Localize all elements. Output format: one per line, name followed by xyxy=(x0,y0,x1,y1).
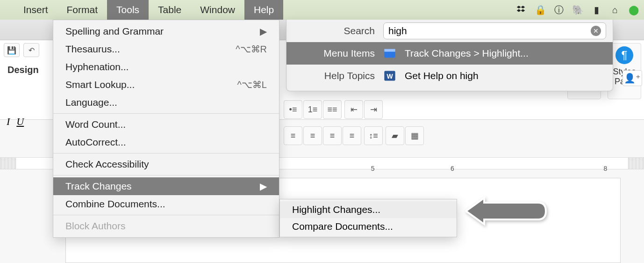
info-icon[interactable]: ⓘ xyxy=(553,4,565,15)
menu-item-label: Block Authors xyxy=(65,220,125,232)
evernote-icon[interactable]: 🐘 xyxy=(572,4,583,15)
ruler-mark: 8 xyxy=(604,165,608,172)
help-search-panel: Search ✕ Menu Items Track Changes > High… xyxy=(286,20,613,91)
menu-item-thesaurus[interactable]: Thesaurus... ^⌥⌘R xyxy=(53,40,279,58)
help-section-label: Menu Items xyxy=(293,48,375,59)
menu-help[interactable]: Help xyxy=(244,0,283,20)
menu-item-label: Combine Documents... xyxy=(65,198,165,210)
lock-icon[interactable]: 🔒 xyxy=(535,4,546,15)
share-icon[interactable]: 👤⁺ xyxy=(623,70,642,86)
menu-result-icon xyxy=(383,47,396,59)
menubar-tray: 🔒 ⓘ 🐘 ▮ ⌂ ⬤ xyxy=(516,0,639,20)
italic-button[interactable]: I xyxy=(7,116,10,128)
home-icon[interactable]: ⌂ xyxy=(609,4,621,15)
menu-item-track-changes[interactable]: Track Changes ▶ xyxy=(53,177,279,195)
help-section-label: Help Topics xyxy=(293,70,375,81)
align-left-icon[interactable]: ≡ xyxy=(284,126,302,145)
align-right-icon[interactable]: ≡ xyxy=(323,126,342,145)
menu-item-label: Highlight Changes... xyxy=(292,204,380,215)
battery-icon[interactable]: ▮ xyxy=(591,4,602,15)
menu-item-label: Compare Documents... xyxy=(292,221,393,232)
ruler-mark: 6 xyxy=(451,165,454,172)
submenu-item-compare-documents[interactable]: Compare Documents... xyxy=(280,218,457,235)
align-center-icon[interactable]: ≡ xyxy=(303,126,322,145)
menu-separator xyxy=(53,215,279,215)
menu-item-smart-lookup[interactable]: Smart Lookup... ^⌥⌘L xyxy=(53,76,279,94)
dropbox-icon[interactable] xyxy=(516,4,527,15)
menu-item-label: Hyphenation... xyxy=(65,61,129,73)
bullets-icon[interactable]: •≡ xyxy=(284,100,302,119)
numbering-icon[interactable]: 1≡ xyxy=(303,100,322,119)
help-search-field[interactable]: ✕ xyxy=(383,22,606,39)
ruler-edge-left xyxy=(0,158,16,169)
status-green-icon[interactable]: ⬤ xyxy=(628,4,639,15)
menu-separator xyxy=(53,175,279,175)
line-spacing-icon[interactable]: ↕≡ xyxy=(364,126,383,145)
track-changes-submenu: Highlight Changes... Compare Documents..… xyxy=(279,199,457,237)
help-search-label: Search xyxy=(293,25,375,37)
multilevel-icon[interactable]: ≡≡ xyxy=(323,100,342,119)
menu-separator xyxy=(53,153,279,153)
help-result-text: Track Changes > Highlight... xyxy=(405,48,529,59)
menu-item-label: Word Count... xyxy=(65,119,126,130)
menubar: Insert Format Tools Table Window Help 🔒 … xyxy=(0,0,644,20)
underline-button[interactable]: U xyxy=(16,116,24,128)
help-result-topic[interactable]: Help Topics W Get Help on high xyxy=(286,65,613,87)
svg-text:W: W xyxy=(386,73,393,80)
shading-icon[interactable]: ▰ xyxy=(386,126,404,145)
save-icon[interactable]: 💾 xyxy=(4,43,20,57)
borders-icon[interactable]: ▦ xyxy=(405,126,424,145)
menu-table[interactable]: Table xyxy=(149,0,191,20)
tools-dropdown: Spelling and Grammar ▶ Thesaurus... ^⌥⌘R… xyxy=(53,20,279,238)
menu-item-autocorrect[interactable]: AutoCorrect... xyxy=(53,133,279,151)
menu-item-shortcut: ^⌥⌘L xyxy=(237,79,267,90)
menu-item-word-count[interactable]: Word Count... xyxy=(53,116,279,133)
menu-item-label: AutoCorrect... xyxy=(65,137,126,148)
menu-insert[interactable]: Insert xyxy=(14,0,57,20)
help-search-input[interactable] xyxy=(388,25,591,37)
menu-item-label: Smart Lookup... xyxy=(65,79,135,90)
ruler-edge-right xyxy=(628,158,644,169)
clear-search-icon[interactable]: ✕ xyxy=(591,26,601,36)
menu-item-shortcut: ^⌥⌘R xyxy=(236,44,267,55)
submenu-arrow-icon: ▶ xyxy=(260,26,267,37)
menu-item-accessibility[interactable]: Check Accessibility xyxy=(53,155,279,173)
menu-window[interactable]: Window xyxy=(191,0,244,20)
menu-item-label: Thesaurus... xyxy=(65,44,120,55)
menu-tools[interactable]: Tools xyxy=(107,0,149,20)
menu-item-hyphenation[interactable]: Hyphenation... xyxy=(53,58,279,76)
word-app-icon: W xyxy=(383,70,396,82)
callout-arrow-icon xyxy=(465,197,550,226)
menu-item-label: Check Accessibility xyxy=(65,159,149,170)
menu-item-spelling[interactable]: Spelling and Grammar ▶ xyxy=(53,22,279,40)
help-result-text: Get Help on high xyxy=(405,70,479,81)
menu-item-label: Track Changes xyxy=(65,181,132,192)
tab-design[interactable]: Design xyxy=(4,62,56,78)
menu-item-block-authors: Block Authors xyxy=(53,217,279,235)
styles-pane-icon: ¶ xyxy=(615,46,633,64)
menu-separator xyxy=(53,113,279,114)
justify-icon[interactable]: ≡ xyxy=(343,126,361,145)
indent-icon[interactable]: ⇥ xyxy=(364,100,383,119)
menu-item-label: Spelling and Grammar xyxy=(65,26,164,37)
undo-icon[interactable]: ↶ xyxy=(23,43,39,57)
help-result-menu-item[interactable]: Menu Items Track Changes > Highlight... xyxy=(286,42,613,65)
ruler-mark: 5 xyxy=(371,165,375,172)
menu-item-combine-documents[interactable]: Combine Documents... xyxy=(53,195,279,213)
menu-item-label: Language... xyxy=(65,97,117,108)
submenu-item-highlight-changes[interactable]: Highlight Changes... xyxy=(280,201,457,218)
submenu-arrow-icon: ▶ xyxy=(260,181,267,192)
menu-format[interactable]: Format xyxy=(57,0,107,20)
svg-rect-1 xyxy=(384,49,395,52)
outdent-icon[interactable]: ⇤ xyxy=(344,100,363,119)
menu-item-language[interactable]: Language... xyxy=(53,94,279,111)
